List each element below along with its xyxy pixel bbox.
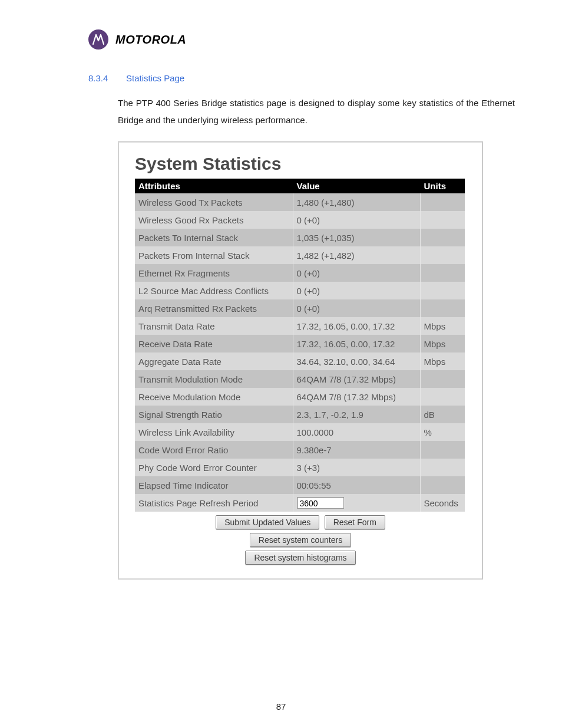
table-row: Packets From Internal Stack1,482 (+1,482… bbox=[135, 246, 465, 264]
cell-attribute: Elapsed Time Indicator bbox=[135, 476, 293, 494]
brand-text: MOTOROLA bbox=[115, 33, 186, 47]
cell-units bbox=[420, 476, 465, 494]
cell-attribute: Phy Code Word Error Counter bbox=[135, 459, 293, 476]
table-header-attributes: Attributes bbox=[135, 179, 293, 193]
cell-value: 3600 bbox=[293, 494, 420, 512]
brand-row: MOTOROLA bbox=[88, 29, 527, 50]
cell-value: 0 (+0) bbox=[293, 282, 420, 299]
cell-attribute: Receive Data Rate bbox=[135, 335, 293, 353]
table-row: Receive Modulation Mode64QAM 7/8 (17.32 … bbox=[135, 388, 465, 406]
section-number: 8.3.4 bbox=[88, 73, 112, 83]
cell-value: 17.32, 16.05, 0.00, 17.32 bbox=[293, 335, 420, 353]
table-row: L2 Source Mac Address Conflicts0 (+0) bbox=[135, 282, 465, 299]
cell-value: 9.380e-7 bbox=[293, 441, 420, 459]
cell-units bbox=[420, 246, 465, 264]
reset-counters-button[interactable]: Reset system counters bbox=[250, 533, 351, 547]
cell-value: 34.64, 32.10, 0.00, 34.64 bbox=[293, 353, 420, 370]
cell-value: 1,480 (+1,480) bbox=[293, 193, 420, 211]
table-header-value: Value bbox=[293, 179, 420, 193]
cell-attribute: Wireless Good Tx Packets bbox=[135, 193, 293, 211]
cell-attribute: Signal Strength Ratio bbox=[135, 406, 293, 423]
table-row: Transmit Modulation Mode64QAM 7/8 (17.32… bbox=[135, 370, 465, 388]
statistics-table: Attributes Value Units Wireless Good Tx … bbox=[135, 179, 465, 512]
cell-attribute: Wireless Good Rx Packets bbox=[135, 211, 293, 229]
cell-units bbox=[420, 211, 465, 229]
cell-units: % bbox=[420, 423, 465, 441]
cell-value: 1,482 (+1,482) bbox=[293, 246, 420, 264]
table-row: Code Word Error Ratio9.380e-7 bbox=[135, 441, 465, 459]
cell-value: 17.32, 16.05, 0.00, 17.32 bbox=[293, 317, 420, 335]
table-row: Packets To Internal Stack1,035 (+1,035) bbox=[135, 229, 465, 246]
section-heading: 8.3.4 Statistics Page bbox=[88, 73, 527, 83]
table-header-units: Units bbox=[420, 179, 465, 193]
cell-attribute: L2 Source Mac Address Conflicts bbox=[135, 282, 293, 299]
cell-value: 0 (+0) bbox=[293, 299, 420, 317]
motorola-logo-icon bbox=[88, 29, 108, 50]
cell-units bbox=[420, 282, 465, 299]
cell-attribute: Arq Retransmitted Rx Packets bbox=[135, 299, 293, 317]
reset-form-button[interactable]: Reset Form bbox=[325, 515, 385, 529]
cell-units bbox=[420, 441, 465, 459]
cell-attribute: Wireless Link Availability bbox=[135, 423, 293, 441]
cell-value: 0 (+0) bbox=[293, 264, 420, 282]
cell-units bbox=[420, 264, 465, 282]
cell-attribute: Statistics Page Refresh Period bbox=[135, 494, 293, 512]
table-row: Phy Code Word Error Counter3 (+3) bbox=[135, 459, 465, 476]
cell-attribute: Transmit Data Rate bbox=[135, 317, 293, 335]
button-row-1: Submit Updated Values Reset Form bbox=[135, 515, 466, 529]
cell-units bbox=[420, 229, 465, 246]
cell-value: 3 (+3) bbox=[293, 459, 420, 476]
reset-histograms-button[interactable]: Reset system histograms bbox=[245, 551, 355, 565]
cell-units: dB bbox=[420, 406, 465, 423]
button-row-3: Reset system histograms bbox=[135, 551, 466, 565]
table-row: Wireless Good Tx Packets1,480 (+1,480) bbox=[135, 193, 465, 211]
document-page: MOTOROLA 8.3.4 Statistics Page The PTP 4… bbox=[0, 0, 562, 728]
cell-value: 100.0000 bbox=[293, 423, 420, 441]
cell-value: 64QAM 7/8 (17.32 Mbps) bbox=[293, 370, 420, 388]
table-row: Ethernet Rx Fragments0 (+0) bbox=[135, 264, 465, 282]
table-row-input: Statistics Page Refresh Period3600Second… bbox=[135, 494, 465, 512]
screenshot-title: System Statistics bbox=[135, 154, 466, 174]
cell-units bbox=[420, 388, 465, 406]
table-row: Elapsed Time Indicator00:05:55 bbox=[135, 476, 465, 494]
cell-units bbox=[420, 299, 465, 317]
submit-button[interactable]: Submit Updated Values bbox=[216, 515, 319, 529]
page-number: 87 bbox=[0, 701, 562, 711]
cell-value: 64QAM 7/8 (17.32 Mbps) bbox=[293, 388, 420, 406]
cell-value: 00:05:55 bbox=[293, 476, 420, 494]
cell-attribute: Packets To Internal Stack bbox=[135, 229, 293, 246]
cell-attribute: Transmit Modulation Mode bbox=[135, 370, 293, 388]
refresh-period-input[interactable]: 3600 bbox=[297, 497, 344, 509]
cell-attribute: Receive Modulation Mode bbox=[135, 388, 293, 406]
cell-units: Mbps bbox=[420, 335, 465, 353]
table-row: Aggregate Data Rate34.64, 32.10, 0.00, 3… bbox=[135, 353, 465, 370]
button-row-2: Reset system counters bbox=[135, 533, 466, 547]
cell-attribute: Code Word Error Ratio bbox=[135, 441, 293, 459]
cell-value: 0 (+0) bbox=[293, 211, 420, 229]
cell-attribute: Packets From Internal Stack bbox=[135, 246, 293, 264]
cell-attribute: Ethernet Rx Fragments bbox=[135, 264, 293, 282]
cell-value: 1,035 (+1,035) bbox=[293, 229, 420, 246]
cell-units: Seconds bbox=[420, 494, 465, 512]
intro-paragraph: The PTP 400 Series Bridge statistics pag… bbox=[118, 95, 515, 129]
screenshot-card: System Statistics Attributes Value Units… bbox=[118, 141, 483, 579]
section-title: Statistics Page bbox=[126, 73, 184, 83]
cell-value: 2.3, 1.7, -0.2, 1.9 bbox=[293, 406, 420, 423]
table-row: Signal Strength Ratio 2.3, 1.7, -0.2, 1.… bbox=[135, 406, 465, 423]
table-row: Arq Retransmitted Rx Packets0 (+0) bbox=[135, 299, 465, 317]
cell-units bbox=[420, 370, 465, 388]
cell-units bbox=[420, 193, 465, 211]
table-row: Wireless Good Rx Packets0 (+0) bbox=[135, 211, 465, 229]
cell-units: Mbps bbox=[420, 353, 465, 370]
cell-units bbox=[420, 459, 465, 476]
cell-attribute: Aggregate Data Rate bbox=[135, 353, 293, 370]
table-row: Transmit Data Rate17.32, 16.05, 0.00, 17… bbox=[135, 317, 465, 335]
table-row: Receive Data Rate17.32, 16.05, 0.00, 17.… bbox=[135, 335, 465, 353]
cell-units: Mbps bbox=[420, 317, 465, 335]
table-row: Wireless Link Availability100.0000% bbox=[135, 423, 465, 441]
